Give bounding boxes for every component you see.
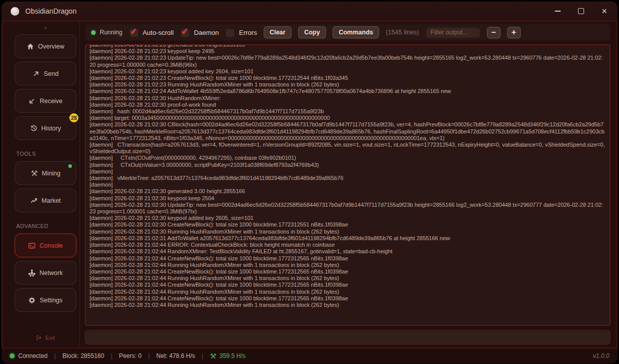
- log-line: [daemon] 2026-02-28 21:02:24 AddToWallet…: [90, 88, 606, 95]
- sidebar-item-overview[interactable]: Overview: [15, 34, 76, 58]
- mining-icon: [31, 170, 38, 177]
- mining-icon: [210, 353, 217, 359]
- market-icon: [30, 197, 37, 204]
- lines-count: (1545 lines): [386, 29, 419, 36]
- sidebar-item-label: Settings: [39, 297, 62, 304]
- log-line: [daemon] hash: 0002d4ad6ec6d26e02d32258f…: [90, 108, 606, 115]
- log-line: [daemon] 2026-02-28 21:02:31 AddToWallet…: [90, 235, 606, 242]
- log-line: [daemon] 2026-02-28 21:02:23 UpdateTip: …: [90, 55, 606, 68]
- command-input[interactable]: [85, 330, 610, 344]
- log-line: [daemon]: [90, 181, 606, 188]
- maximize-button[interactable]: [577, 7, 585, 15]
- log-line: [daemon] 2026-02-28 21:02:44 Running Hus…: [90, 262, 606, 268]
- running-status-dot: [91, 30, 96, 35]
- statusbar-separator: |: [111, 352, 112, 359]
- sidebar-collapse-button[interactable]: ‹: [45, 24, 47, 31]
- local-hashrate: 359.5 H/s: [210, 352, 245, 359]
- log-line: [daemon] 2026-02-28 21:02:30 proof-of-wo…: [90, 102, 606, 108]
- errors-label: Errors: [239, 29, 257, 36]
- advanced-section-label: ADVANCED: [16, 223, 76, 229]
- sidebar-item-label: Network: [39, 269, 63, 277]
- errors-checkbox-group[interactable]: Errors: [225, 28, 257, 37]
- clear-button[interactable]: Clear: [264, 26, 292, 38]
- commands-button[interactable]: Commands: [333, 26, 379, 38]
- sidebar-item-label: Market: [42, 197, 61, 204]
- errors-checkbox[interactable]: [225, 28, 235, 37]
- network-icon: [28, 269, 35, 277]
- autoscroll-checkbox-group[interactable]: Auto-scroll: [129, 28, 174, 37]
- sidebar-item-label: Mining: [42, 170, 61, 177]
- console-panel: Running Auto-scroll Daemon Errors Clear …: [79, 21, 617, 348]
- log-line: [daemon] 2026-02-28 21:02:30 generated 3…: [90, 188, 606, 195]
- close-icon: ×: [602, 7, 607, 15]
- sidebar-item-send[interactable]: Send: [15, 62, 76, 85]
- receive-icon: [28, 98, 35, 105]
- exit-label: Exit: [45, 335, 55, 341]
- daemon-label: Daemon: [194, 29, 219, 36]
- log-line: [daemon] 2026-02-28 21:02:23 keypool add…: [90, 68, 606, 75]
- local-hashrate-value: 359.5 H/s: [220, 352, 245, 359]
- app-title: ObsidianDragon: [25, 7, 76, 15]
- log-line: [daemon] 2026-02-28 21:02:44 CreateNewBl…: [90, 282, 606, 288]
- sidebar-item-label: Send: [44, 70, 58, 77]
- statusbar-separator: |: [202, 352, 203, 359]
- console-toolbar: Running Auto-scroll Daemon Errors Clear …: [85, 24, 610, 40]
- autoscroll-label: Auto-scroll: [143, 29, 174, 36]
- home-icon: [27, 43, 34, 50]
- statusbar-separator: |: [148, 352, 150, 359]
- log-line: [daemon] CTransaction(hash=a2057613d3, v…: [90, 142, 606, 155]
- send-icon: [32, 70, 39, 77]
- daemon-checkbox[interactable]: [180, 28, 190, 37]
- copy-button[interactable]: Copy: [298, 26, 326, 38]
- maximize-icon: [578, 8, 584, 14]
- sidebar-item-settings[interactable]: Settings: [15, 288, 76, 312]
- console-icon: [28, 242, 35, 249]
- font-larger-button[interactable]: +: [507, 27, 521, 38]
- connection-label: Connected: [18, 352, 48, 359]
- log-line: [daemon] CTxIn(COutPoint(0000000000, 429…: [90, 155, 606, 161]
- sidebar-item-label: Receive: [39, 98, 62, 105]
- log-line: [daemon]: [90, 168, 606, 175]
- log-line: [daemon] target: 0003a345000000000000000…: [90, 115, 606, 121]
- sidebar-item-console[interactable]: Console: [15, 234, 76, 257]
- log-line: [daemon] 2026-02-28 21:02:44 ERROR: Cont…: [90, 242, 606, 248]
- log-line: [daemon] 2026-02-28 21:02:30 keypool add…: [90, 215, 606, 221]
- peers-count: Peers: 0: [119, 352, 142, 359]
- sidebar-item-history[interactable]: History 28: [15, 116, 76, 140]
- log-line: [daemon] 2026-02-28 21:02:44 CreateNewBl…: [90, 268, 606, 275]
- log-line: [daemon] 2026-02-28 21:02:44 RandomXMine…: [90, 248, 606, 255]
- log-line: [daemon] 2026-02-28 21:02:23 CreateNewBl…: [90, 75, 606, 81]
- daemon-checkbox-group[interactable]: Daemon: [180, 28, 219, 37]
- log-line: [daemon] 2026-02-28 21:02:30 keypool kee…: [90, 195, 606, 202]
- titlebar: ObsidianDragon ×: [2, 2, 617, 21]
- history-icon: [30, 125, 37, 132]
- app-version: v1.0.0: [593, 352, 609, 359]
- statusbar-separator: |: [54, 352, 56, 359]
- sidebar-item-label: Console: [39, 242, 63, 249]
- font-smaller-button[interactable]: −: [487, 27, 501, 38]
- exit-icon: [36, 335, 42, 341]
- sidebar-item-receive[interactable]: Receive: [15, 89, 76, 113]
- sidebar-item-label: History: [42, 125, 61, 132]
- network-hashrate: Net: 478.6 H/s: [156, 352, 195, 359]
- minimize-button[interactable]: [554, 7, 562, 15]
- console-log[interactable]: [daemon] 2026-02-28 21:02:23 generated 3…: [85, 44, 610, 326]
- app-window: ObsidianDragon × ‹ Overview Send Receive: [2, 2, 617, 363]
- exit-button[interactable]: Exit: [33, 333, 58, 343]
- log-line: [daemon] 2026-02-28 21:02:30 CBlock(hash…: [90, 121, 606, 142]
- filter-input[interactable]: [426, 27, 480, 38]
- log-line: [daemon] vMerkleTree: a2057613d377c13764…: [90, 175, 606, 181]
- autoscroll-checkbox[interactable]: [129, 28, 139, 37]
- log-line: [daemon] 2026-02-28 21:02:30 UpdateTip: …: [90, 202, 606, 215]
- sidebar-item-mining[interactable]: Mining: [15, 161, 76, 185]
- log-line: [daemon] 2026-02-28 21:02:23 keypool kee…: [90, 48, 606, 55]
- log-line: [daemon] 2026-02-28 21:02:44 Running Hus…: [90, 302, 606, 308]
- connection-status: Connected: [10, 352, 48, 359]
- sidebar-item-network[interactable]: Network: [15, 261, 76, 285]
- tools-section-label: TOOLS: [16, 151, 76, 157]
- sidebar-item-market[interactable]: Market: [15, 189, 76, 212]
- block-height: Block: 2855160: [62, 352, 104, 359]
- close-button[interactable]: ×: [600, 7, 608, 15]
- settings-icon: [28, 297, 35, 304]
- log-line: [daemon] 2026-02-28 21:02:30 Running Hus…: [90, 229, 606, 235]
